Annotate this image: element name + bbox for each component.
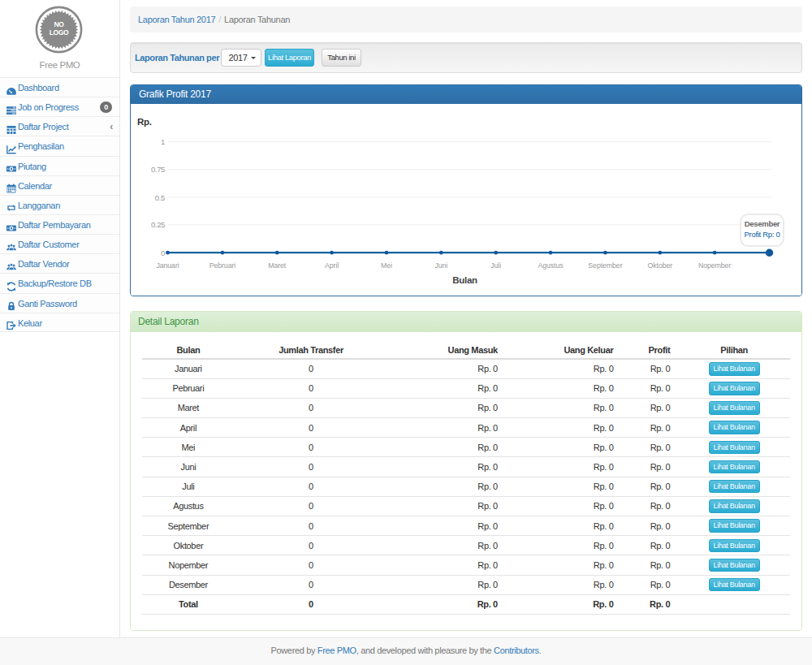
- svg-text:Januari: Januari: [156, 261, 179, 270]
- svg-text:Nopember: Nopember: [698, 261, 731, 270]
- svg-text:September: September: [588, 261, 622, 270]
- svg-text:0.75: 0.75: [151, 165, 165, 174]
- svg-text:NO: NO: [54, 20, 64, 28]
- svg-text:Agustus: Agustus: [538, 261, 564, 270]
- svg-text:0.5: 0.5: [155, 193, 165, 202]
- svg-text:LOGO: LOGO: [50, 28, 69, 37]
- svg-text:Juni: Juni: [434, 261, 447, 270]
- svg-text:0.25: 0.25: [151, 220, 165, 229]
- svg-text:Pebruari: Pebruari: [209, 261, 236, 270]
- svg-text:0: 0: [161, 248, 165, 257]
- svg-text:1: 1: [161, 137, 165, 146]
- svg-text:Mei: Mei: [381, 261, 392, 270]
- svg-text:Rp.: Rp.: [137, 117, 152, 127]
- svg-text:April: April: [325, 261, 339, 270]
- svg-text:Maret: Maret: [268, 261, 287, 270]
- svg-text:Bulan: Bulan: [452, 275, 477, 285]
- svg-text:Juli: Juli: [490, 261, 501, 270]
- svg-text:Oktober: Oktober: [648, 261, 673, 270]
